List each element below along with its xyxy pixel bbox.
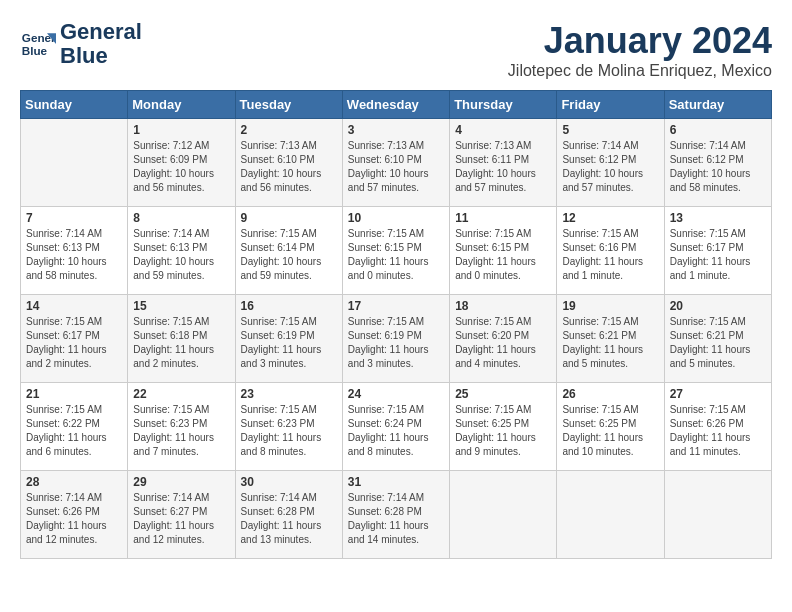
header-cell-tuesday: Tuesday bbox=[235, 91, 342, 119]
calendar-table: SundayMondayTuesdayWednesdayThursdayFrid… bbox=[20, 90, 772, 559]
calendar-cell: 12Sunrise: 7:15 AM Sunset: 6:16 PM Dayli… bbox=[557, 207, 664, 295]
day-number: 16 bbox=[241, 299, 337, 313]
calendar-cell: 14Sunrise: 7:15 AM Sunset: 6:17 PM Dayli… bbox=[21, 295, 128, 383]
calendar-cell: 11Sunrise: 7:15 AM Sunset: 6:15 PM Dayli… bbox=[450, 207, 557, 295]
day-number: 25 bbox=[455, 387, 551, 401]
day-number: 22 bbox=[133, 387, 229, 401]
calendar-cell: 27Sunrise: 7:15 AM Sunset: 6:26 PM Dayli… bbox=[664, 383, 771, 471]
calendar-cell: 19Sunrise: 7:15 AM Sunset: 6:21 PM Dayli… bbox=[557, 295, 664, 383]
cell-content: Sunrise: 7:15 AM Sunset: 6:15 PM Dayligh… bbox=[455, 227, 551, 283]
cell-content: Sunrise: 7:15 AM Sunset: 6:25 PM Dayligh… bbox=[562, 403, 658, 459]
cell-content: Sunrise: 7:15 AM Sunset: 6:24 PM Dayligh… bbox=[348, 403, 444, 459]
day-number: 30 bbox=[241, 475, 337, 489]
calendar-cell bbox=[664, 471, 771, 559]
calendar-cell: 3Sunrise: 7:13 AM Sunset: 6:10 PM Daylig… bbox=[342, 119, 449, 207]
day-number: 7 bbox=[26, 211, 122, 225]
cell-content: Sunrise: 7:15 AM Sunset: 6:26 PM Dayligh… bbox=[670, 403, 766, 459]
cell-content: Sunrise: 7:15 AM Sunset: 6:20 PM Dayligh… bbox=[455, 315, 551, 371]
calendar-cell: 28Sunrise: 7:14 AM Sunset: 6:26 PM Dayli… bbox=[21, 471, 128, 559]
day-number: 10 bbox=[348, 211, 444, 225]
day-number: 20 bbox=[670, 299, 766, 313]
calendar-cell: 22Sunrise: 7:15 AM Sunset: 6:23 PM Dayli… bbox=[128, 383, 235, 471]
cell-content: Sunrise: 7:15 AM Sunset: 6:21 PM Dayligh… bbox=[562, 315, 658, 371]
cell-content: Sunrise: 7:14 AM Sunset: 6:28 PM Dayligh… bbox=[241, 491, 337, 547]
day-number: 4 bbox=[455, 123, 551, 137]
cell-content: Sunrise: 7:14 AM Sunset: 6:13 PM Dayligh… bbox=[26, 227, 122, 283]
day-number: 2 bbox=[241, 123, 337, 137]
cell-content: Sunrise: 7:13 AM Sunset: 6:10 PM Dayligh… bbox=[241, 139, 337, 195]
svg-text:Blue: Blue bbox=[22, 44, 48, 57]
day-number: 24 bbox=[348, 387, 444, 401]
day-number: 18 bbox=[455, 299, 551, 313]
day-number: 27 bbox=[670, 387, 766, 401]
day-number: 5 bbox=[562, 123, 658, 137]
cell-content: Sunrise: 7:14 AM Sunset: 6:27 PM Dayligh… bbox=[133, 491, 229, 547]
header: General Blue General Blue January 2024 J… bbox=[20, 20, 772, 80]
cell-content: Sunrise: 7:15 AM Sunset: 6:23 PM Dayligh… bbox=[241, 403, 337, 459]
calendar-cell: 1Sunrise: 7:12 AM Sunset: 6:09 PM Daylig… bbox=[128, 119, 235, 207]
calendar-cell: 24Sunrise: 7:15 AM Sunset: 6:24 PM Dayli… bbox=[342, 383, 449, 471]
header-cell-monday: Monday bbox=[128, 91, 235, 119]
logo-text: General Blue bbox=[60, 20, 142, 68]
cell-content: Sunrise: 7:15 AM Sunset: 6:15 PM Dayligh… bbox=[348, 227, 444, 283]
cell-content: Sunrise: 7:15 AM Sunset: 6:18 PM Dayligh… bbox=[133, 315, 229, 371]
cell-content: Sunrise: 7:14 AM Sunset: 6:12 PM Dayligh… bbox=[562, 139, 658, 195]
header-row: SundayMondayTuesdayWednesdayThursdayFrid… bbox=[21, 91, 772, 119]
cell-content: Sunrise: 7:15 AM Sunset: 6:16 PM Dayligh… bbox=[562, 227, 658, 283]
cell-content: Sunrise: 7:13 AM Sunset: 6:11 PM Dayligh… bbox=[455, 139, 551, 195]
month-title: January 2024 bbox=[508, 20, 772, 62]
header-cell-saturday: Saturday bbox=[664, 91, 771, 119]
cell-content: Sunrise: 7:14 AM Sunset: 6:26 PM Dayligh… bbox=[26, 491, 122, 547]
calendar-cell: 16Sunrise: 7:15 AM Sunset: 6:19 PM Dayli… bbox=[235, 295, 342, 383]
header-cell-thursday: Thursday bbox=[450, 91, 557, 119]
cell-content: Sunrise: 7:15 AM Sunset: 6:14 PM Dayligh… bbox=[241, 227, 337, 283]
cell-content: Sunrise: 7:12 AM Sunset: 6:09 PM Dayligh… bbox=[133, 139, 229, 195]
calendar-cell bbox=[21, 119, 128, 207]
calendar-cell: 26Sunrise: 7:15 AM Sunset: 6:25 PM Dayli… bbox=[557, 383, 664, 471]
calendar-cell: 15Sunrise: 7:15 AM Sunset: 6:18 PM Dayli… bbox=[128, 295, 235, 383]
header-cell-sunday: Sunday bbox=[21, 91, 128, 119]
day-number: 1 bbox=[133, 123, 229, 137]
day-number: 26 bbox=[562, 387, 658, 401]
calendar-cell: 6Sunrise: 7:14 AM Sunset: 6:12 PM Daylig… bbox=[664, 119, 771, 207]
calendar-cell: 17Sunrise: 7:15 AM Sunset: 6:19 PM Dayli… bbox=[342, 295, 449, 383]
cell-content: Sunrise: 7:15 AM Sunset: 6:19 PM Dayligh… bbox=[348, 315, 444, 371]
day-number: 6 bbox=[670, 123, 766, 137]
cell-content: Sunrise: 7:14 AM Sunset: 6:28 PM Dayligh… bbox=[348, 491, 444, 547]
week-row-4: 21Sunrise: 7:15 AM Sunset: 6:22 PM Dayli… bbox=[21, 383, 772, 471]
day-number: 9 bbox=[241, 211, 337, 225]
day-number: 13 bbox=[670, 211, 766, 225]
calendar-cell: 7Sunrise: 7:14 AM Sunset: 6:13 PM Daylig… bbox=[21, 207, 128, 295]
day-number: 29 bbox=[133, 475, 229, 489]
cell-content: Sunrise: 7:13 AM Sunset: 6:10 PM Dayligh… bbox=[348, 139, 444, 195]
header-cell-friday: Friday bbox=[557, 91, 664, 119]
calendar-cell: 31Sunrise: 7:14 AM Sunset: 6:28 PM Dayli… bbox=[342, 471, 449, 559]
calendar-cell: 10Sunrise: 7:15 AM Sunset: 6:15 PM Dayli… bbox=[342, 207, 449, 295]
cell-content: Sunrise: 7:15 AM Sunset: 6:17 PM Dayligh… bbox=[670, 227, 766, 283]
calendar-cell bbox=[557, 471, 664, 559]
calendar-header: SundayMondayTuesdayWednesdayThursdayFrid… bbox=[21, 91, 772, 119]
location-title: Jilotepec de Molina Enriquez, Mexico bbox=[508, 62, 772, 80]
day-number: 8 bbox=[133, 211, 229, 225]
calendar-cell: 5Sunrise: 7:14 AM Sunset: 6:12 PM Daylig… bbox=[557, 119, 664, 207]
day-number: 15 bbox=[133, 299, 229, 313]
calendar-cell: 9Sunrise: 7:15 AM Sunset: 6:14 PM Daylig… bbox=[235, 207, 342, 295]
calendar-cell: 23Sunrise: 7:15 AM Sunset: 6:23 PM Dayli… bbox=[235, 383, 342, 471]
day-number: 3 bbox=[348, 123, 444, 137]
day-number: 11 bbox=[455, 211, 551, 225]
calendar-cell: 21Sunrise: 7:15 AM Sunset: 6:22 PM Dayli… bbox=[21, 383, 128, 471]
title-area: January 2024 Jilotepec de Molina Enrique… bbox=[508, 20, 772, 80]
calendar-cell: 30Sunrise: 7:14 AM Sunset: 6:28 PM Dayli… bbox=[235, 471, 342, 559]
cell-content: Sunrise: 7:15 AM Sunset: 6:21 PM Dayligh… bbox=[670, 315, 766, 371]
day-number: 12 bbox=[562, 211, 658, 225]
day-number: 14 bbox=[26, 299, 122, 313]
cell-content: Sunrise: 7:15 AM Sunset: 6:22 PM Dayligh… bbox=[26, 403, 122, 459]
day-number: 21 bbox=[26, 387, 122, 401]
cell-content: Sunrise: 7:15 AM Sunset: 6:23 PM Dayligh… bbox=[133, 403, 229, 459]
calendar-cell bbox=[450, 471, 557, 559]
calendar-cell: 2Sunrise: 7:13 AM Sunset: 6:10 PM Daylig… bbox=[235, 119, 342, 207]
calendar-cell: 20Sunrise: 7:15 AM Sunset: 6:21 PM Dayli… bbox=[664, 295, 771, 383]
day-number: 28 bbox=[26, 475, 122, 489]
logo-icon: General Blue bbox=[20, 26, 56, 62]
week-row-1: 1Sunrise: 7:12 AM Sunset: 6:09 PM Daylig… bbox=[21, 119, 772, 207]
